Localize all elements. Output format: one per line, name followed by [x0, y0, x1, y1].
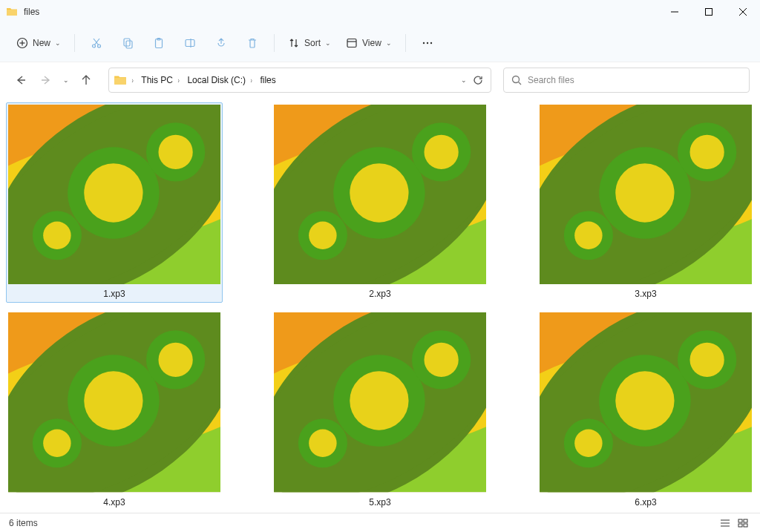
breadcrumb-this-pc[interactable]: This PC›	[138, 68, 184, 92]
breadcrumb-files[interactable]: files	[257, 68, 278, 92]
back-button[interactable]	[10, 70, 31, 91]
svg-rect-38	[738, 524, 742, 527]
file-thumbnail	[8, 312, 220, 492]
explorer-window: files New ⌄ Sort ⌄	[0, 0, 760, 532]
file-item[interactable]: 2.xp3	[272, 102, 488, 303]
search-input[interactable]	[528, 75, 741, 85]
separator	[274, 34, 275, 52]
file-name: 1.xp3	[103, 289, 125, 299]
navigation-row: ⌄ › This PC› Local Disk (C:)› files ⌄	[0, 62, 760, 98]
address-actions: ⌄	[461, 75, 491, 85]
arrow-right-icon	[41, 75, 51, 85]
status-text: 6 items	[9, 518, 38, 528]
more-button[interactable]	[413, 30, 442, 56]
view-icon	[346, 37, 358, 49]
svg-rect-39	[744, 524, 747, 527]
forward-button[interactable]	[36, 70, 56, 91]
trash-icon	[246, 37, 258, 49]
close-button[interactable]	[726, 0, 760, 24]
breadcrumb-chevron[interactable]: ›	[127, 68, 138, 92]
breadcrumb-local-disk[interactable]: Local Disk (C:)›	[184, 68, 257, 92]
share-button[interactable]	[207, 30, 235, 56]
sort-label: Sort	[304, 38, 321, 48]
file-name: 3.xp3	[635, 289, 656, 299]
plus-circle-icon	[16, 37, 28, 49]
cut-icon	[91, 37, 102, 49]
file-thumbnail	[8, 105, 220, 284]
file-item[interactable]: 5.xp3	[272, 310, 488, 510]
copy-button[interactable]	[114, 30, 142, 56]
view-button[interactable]: View ⌄	[340, 30, 398, 56]
arrow-up-icon	[81, 75, 91, 85]
file-item[interactable]: 3.xp3	[537, 102, 754, 303]
svg-rect-37	[744, 519, 747, 522]
minimize-icon	[671, 8, 678, 16]
refresh-icon[interactable]	[473, 75, 483, 85]
sort-button[interactable]: Sort ⌄	[282, 30, 337, 56]
ellipsis-icon	[422, 37, 433, 49]
svg-point-30	[430, 42, 432, 43]
new-button[interactable]: New ⌄	[10, 30, 67, 56]
svg-point-31	[513, 76, 520, 83]
folder-icon	[114, 73, 127, 87]
breadcrumb-label: This PC	[141, 75, 173, 85]
folder-icon	[6, 6, 18, 18]
thumbnails-view-button[interactable]	[735, 516, 751, 531]
svg-point-29	[427, 42, 428, 43]
svg-rect-10	[706, 9, 712, 16]
address-dropdown[interactable]: ⌄	[461, 76, 467, 84]
paste-icon	[153, 37, 165, 49]
window-title: files	[24, 7, 39, 17]
list-view-icon	[720, 519, 730, 528]
search-icon	[511, 75, 522, 85]
toolbar: New ⌄ Sort ⌄ View ⌄	[0, 24, 760, 62]
file-thumbnail	[540, 312, 752, 492]
minimize-button[interactable]	[658, 0, 692, 24]
content-area: 1.xp32.xp33.xp34.xp35.xp36.xp3	[0, 98, 760, 513]
svg-rect-24	[186, 39, 194, 46]
rename-button[interactable]	[176, 30, 204, 56]
maximize-icon	[705, 8, 712, 16]
new-label: New	[33, 38, 50, 48]
file-thumbnail	[540, 105, 752, 284]
cut-button[interactable]	[82, 30, 111, 56]
file-item[interactable]: 6.xp3	[537, 310, 754, 510]
arrow-left-icon	[16, 75, 26, 85]
file-name: 2.xp3	[369, 289, 390, 299]
svg-rect-20	[124, 39, 130, 46]
svg-line-32	[519, 82, 522, 85]
delete-button[interactable]	[238, 30, 266, 56]
details-view-button[interactable]	[717, 516, 733, 531]
copy-icon	[122, 37, 134, 49]
chevron-down-icon: ⌄	[55, 39, 61, 47]
window-controls	[658, 0, 760, 24]
share-icon	[215, 37, 227, 49]
chevron-down-icon: ⌄	[325, 39, 331, 47]
address-bar[interactable]: › This PC› Local Disk (C:)› files ⌄	[108, 68, 491, 93]
svg-rect-26	[347, 39, 356, 47]
view-label: View	[362, 38, 381, 48]
file-name: 5.xp3	[369, 497, 390, 508]
file-thumbnail	[274, 105, 486, 284]
breadcrumb-label: files	[260, 75, 275, 85]
file-item[interactable]: 1.xp3	[6, 102, 223, 303]
grid-view-icon	[738, 519, 748, 528]
file-thumbnail	[274, 312, 486, 492]
paste-button[interactable]	[145, 30, 173, 56]
close-icon	[739, 8, 747, 16]
history-dropdown[interactable]: ⌄	[61, 70, 71, 91]
status-bar: 6 items	[0, 513, 760, 532]
up-button[interactable]	[76, 70, 96, 91]
separator	[405, 34, 406, 52]
file-grid: 1.xp32.xp33.xp34.xp35.xp36.xp3	[6, 102, 754, 511]
file-item[interactable]: 4.xp3	[6, 310, 223, 510]
titlebar: files	[0, 0, 760, 24]
search-box[interactable]	[503, 68, 750, 93]
maximize-button[interactable]	[692, 0, 726, 24]
chevron-down-icon: ⌄	[63, 76, 69, 84]
rename-icon	[184, 37, 196, 49]
file-name: 4.xp3	[103, 497, 125, 508]
breadcrumb-label: Local Disk (C:)	[187, 75, 246, 85]
svg-point-28	[423, 42, 425, 43]
file-name: 6.xp3	[635, 497, 656, 508]
